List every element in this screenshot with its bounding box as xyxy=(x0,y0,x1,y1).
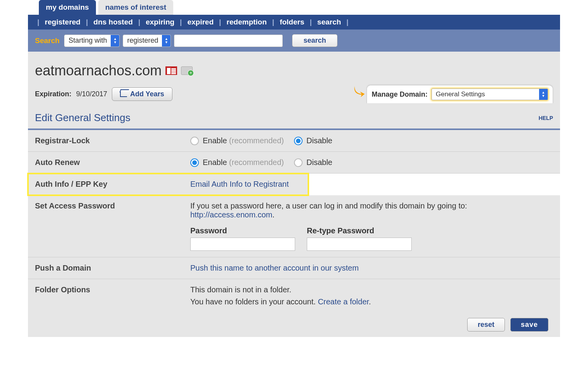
top-tabs: my domains names of interest xyxy=(28,0,560,15)
subnav-sep: | xyxy=(35,18,42,26)
tab-my-domains[interactable]: my domains xyxy=(39,0,96,15)
manage-domain-select[interactable]: General Settings ▲▼ xyxy=(431,89,548,100)
search-bar: Search Starting with ▲▼ registered ▲▼ se… xyxy=(28,30,560,52)
registrar-lock-disable-radio[interactable]: Disable xyxy=(294,136,332,145)
row-auth-info: Auth Info / EPP Key Email Auth Info to R… xyxy=(28,174,308,195)
subnav-expired[interactable]: expired xyxy=(184,18,217,26)
add-record-icon[interactable] xyxy=(181,66,193,75)
radio-icon xyxy=(190,158,199,167)
auto-renew-disable-radio[interactable]: Disable xyxy=(294,158,332,167)
cart-icon xyxy=(120,92,127,97)
folder-line-2-pre: You have no folders in your account. xyxy=(190,297,318,306)
save-button[interactable]: save xyxy=(510,318,548,332)
password-label: Password xyxy=(190,226,295,235)
radio-icon xyxy=(190,137,199,145)
push-domain-label: Push a Domain xyxy=(28,257,183,279)
chevron-updown-icon: ▲▼ xyxy=(162,35,170,47)
page-title: Edit General Settings xyxy=(35,112,130,124)
help-link[interactable]: HELP xyxy=(539,115,553,121)
folder-line-1: This domain is not in a folder. xyxy=(190,285,553,294)
row-access-password: Set Access Password If you set a passwor… xyxy=(28,195,560,257)
push-domain-link[interactable]: Push this name to another account in our… xyxy=(190,264,359,272)
footer-actions: reset save xyxy=(28,313,560,337)
search-mode-select[interactable]: Starting with ▲▼ xyxy=(64,35,120,47)
email-auth-info-link[interactable]: Email Auth Info to Registrant xyxy=(190,180,289,188)
subnav-registered[interactable]: registered xyxy=(42,18,84,26)
tab-names-of-interest[interactable]: names of interest xyxy=(98,0,173,15)
search-scope-select[interactable]: registered ▲▼ xyxy=(123,35,171,47)
access-password-desc: If you set a password here, a user can l… xyxy=(190,201,553,219)
id-card-icon[interactable] xyxy=(165,66,177,75)
subnav-redemption[interactable]: redemption xyxy=(223,18,270,26)
auto-renew-enable-radio[interactable]: Enable (recommended) xyxy=(190,158,284,167)
search-label: Search xyxy=(35,36,59,45)
retype-password-label: Re-type Password xyxy=(307,226,412,235)
curved-arrow-icon xyxy=(354,85,365,97)
radio-icon xyxy=(294,137,303,145)
access-password-label: Set Access Password xyxy=(28,195,183,257)
folder-options-label: Folder Options xyxy=(28,279,183,313)
expiration-date: 9/10/2017 xyxy=(76,90,107,98)
search-input[interactable] xyxy=(174,35,283,47)
subnav-expiring[interactable]: expiring xyxy=(143,18,177,26)
expiration-label: Expiration: xyxy=(35,90,71,98)
manage-domain-box: Manage Domain: General Settings ▲▼ xyxy=(367,85,553,103)
row-push-domain: Push a Domain Push this name to another … xyxy=(28,257,560,279)
registrar-lock-label: Registrar-Lock xyxy=(28,130,183,151)
access-url-link[interactable]: http://access.enom.com xyxy=(190,210,272,219)
domain-title: eatmoarnachos.com xyxy=(35,63,162,79)
row-registrar-lock: Registrar-Lock Enable (recommended) Disa… xyxy=(28,130,560,152)
folder-line-2-post: . xyxy=(369,297,371,306)
retype-password-input[interactable] xyxy=(307,238,412,251)
reset-button[interactable]: reset xyxy=(467,318,505,332)
radio-icon xyxy=(294,158,303,167)
chevron-updown-icon: ▲▼ xyxy=(539,89,548,100)
password-input[interactable] xyxy=(190,238,295,251)
subnav-search[interactable]: search xyxy=(314,18,344,26)
row-auto-renew: Auto Renew Enable (recommended) Disable xyxy=(28,152,560,174)
row-folder-options: Folder Options This domain is not in a f… xyxy=(28,279,560,313)
registrar-lock-enable-radio[interactable]: Enable (recommended) xyxy=(190,136,284,145)
auto-renew-label: Auto Renew xyxy=(28,152,183,173)
subnav-folders[interactable]: folders xyxy=(277,18,307,26)
create-folder-link[interactable]: Create a folder xyxy=(318,297,369,306)
manage-domain-label: Manage Domain: xyxy=(372,90,428,99)
search-button[interactable]: search xyxy=(292,34,337,47)
chevron-updown-icon: ▲▼ xyxy=(111,35,119,47)
subnav-dns-hosted[interactable]: dns hosted xyxy=(90,18,136,26)
auth-info-label: Auth Info / EPP Key xyxy=(28,174,183,195)
subnav: | registered | dns hosted | expiring | e… xyxy=(28,15,560,30)
add-years-button[interactable]: Add Years xyxy=(112,87,172,101)
add-years-label: Add Years xyxy=(130,90,164,98)
